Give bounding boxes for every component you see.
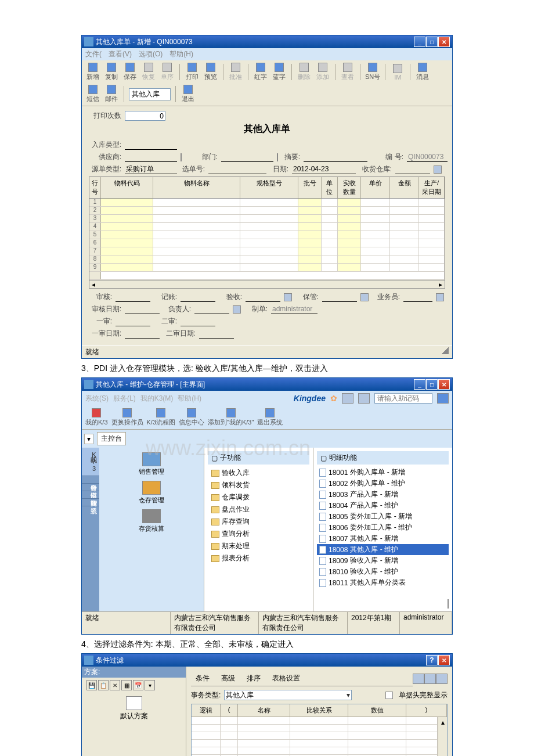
gh-qty[interactable]: 实收数量 <box>338 177 361 198</box>
inp-staff[interactable] <box>403 292 432 302</box>
tb-save[interactable]: 保存 <box>122 63 138 81</box>
cg-vscroll[interactable]: ▴▾ <box>438 717 447 756</box>
tb-print[interactable]: 打印 <box>185 63 200 81</box>
inp-owner[interactable] <box>194 304 229 314</box>
brand-btn1[interactable] <box>342 393 353 404</box>
tb-red[interactable]: 红字 <box>253 63 268 81</box>
titlebar2[interactable]: 其他入库 - 维护-仓存管理 - [主界面] _ □ ✕ <box>82 378 452 391</box>
tb2-myk3[interactable]: 我的K/3 <box>85 408 108 427</box>
tab-sys[interactable]: 系统 <box>82 499 99 506</box>
tb2-addto[interactable]: 添加到"我的K/3" <box>208 408 254 427</box>
input-dept[interactable] <box>221 152 273 162</box>
grid-body[interactable]: 1 2 3 4 5 6 7 8 9 <box>89 199 445 280</box>
scheme-cal[interactable]: 📅 <box>133 680 143 690</box>
func-period[interactable]: 期末处理 <box>208 540 309 552</box>
tb2-exit[interactable]: 退出系统 <box>257 408 283 427</box>
lookup-supplier[interactable] <box>181 153 182 161</box>
tb2-info[interactable]: 信息中心 <box>179 408 204 427</box>
input-orderno[interactable] <box>208 164 266 174</box>
scheme-view[interactable]: ▦ <box>121 680 132 690</box>
cg-rp[interactable]: ) <box>406 704 447 717</box>
tab-biz[interactable]: 商业智能 <box>82 491 99 499</box>
gh-amount[interactable]: 金额 <box>390 177 419 198</box>
detail-18003[interactable]: 18003产品入库 - 新增 <box>317 489 449 500</box>
scheme-copy[interactable]: 📋 <box>98 680 109 690</box>
minimize-button[interactable]: _ <box>414 37 425 47</box>
titlebar3[interactable]: 条件过滤 ? ✕ <box>82 654 452 667</box>
minus-icon2[interactable]: ▢ <box>320 454 327 462</box>
console-dropdown[interactable]: ▾ <box>84 434 93 444</box>
tb-mail[interactable]: 邮件 <box>104 85 119 103</box>
func-analyze[interactable]: 查询分析 <box>208 528 309 540</box>
detail-18009[interactable]: 18009验收入库 - 新增 <box>317 555 449 566</box>
cg-name[interactable]: 名称 <box>238 704 290 717</box>
input-date[interactable] <box>292 164 356 174</box>
maximize-button[interactable]: □ <box>426 37 438 47</box>
input-warehouse[interactable] <box>395 164 430 174</box>
lookup-warehouse[interactable] <box>434 165 442 174</box>
tab-fin[interactable]: 财务会计 <box>82 476 99 484</box>
close-button[interactable]: ✕ <box>438 37 450 47</box>
lookup-keeper[interactable] <box>360 293 369 301</box>
detail-18011[interactable]: 18011其他入库单分类表 <box>317 577 449 588</box>
tb2-flow[interactable]: K/3流程图 <box>147 408 176 427</box>
tab-supply[interactable]: 供应链 <box>82 484 99 491</box>
tb-copy[interactable]: 复制 <box>104 63 119 81</box>
chk-headcomplete[interactable] <box>385 692 393 699</box>
input-supplier[interactable] <box>125 152 177 162</box>
scheme-delete[interactable]: ✕ <box>110 680 120 690</box>
detail-18005[interactable]: 18005委外加工入库 - 新增 <box>317 511 449 522</box>
menu-view[interactable]: 查看(V) <box>109 49 132 59</box>
nav-stock[interactable]: 存货核算 <box>139 509 164 533</box>
search-go[interactable] <box>437 393 449 404</box>
lookup-dept[interactable] <box>277 153 278 161</box>
scroll-left[interactable]: ◂ <box>89 280 98 288</box>
menu-myk3[interactable]: 我的K3(M) <box>140 394 174 404</box>
tb-exit[interactable]: 退出 <box>181 85 196 103</box>
menu-sys[interactable]: 系统(S) <box>85 394 109 404</box>
scroll-right[interactable]: ▸ <box>436 280 445 288</box>
input-srctype[interactable] <box>125 164 177 174</box>
nav-warehouse[interactable]: 仓存管理 <box>139 481 164 505</box>
func-accept[interactable]: 验收入库 <box>208 467 309 479</box>
resize-grip[interactable] <box>442 347 449 354</box>
tb-blue[interactable]: 蓝字 <box>272 63 287 81</box>
func-transfer[interactable]: 仓库调拨 <box>208 491 309 503</box>
tabs-btn3[interactable] <box>436 674 448 684</box>
func-count[interactable]: 盘点作业 <box>208 503 309 516</box>
tabs-btn2[interactable] <box>424 674 436 684</box>
gh-pdate[interactable]: 生产/采日期 <box>419 177 445 198</box>
gh-unit[interactable]: 单位 <box>322 177 338 198</box>
cg-val[interactable]: 数值 <box>348 704 406 717</box>
tab-adv[interactable]: 高级 <box>219 672 237 685</box>
tb-preview[interactable]: 预览 <box>203 63 218 81</box>
default-scheme[interactable]: 默认方案 <box>86 694 181 723</box>
detail-18002[interactable]: 18002外购入库单 - 维护 <box>317 478 449 489</box>
tb2-switch[interactable]: 更换操作员 <box>111 408 143 427</box>
cg-rel[interactable]: 比较关系 <box>290 704 348 717</box>
gh-batch[interactable]: 批号 <box>298 177 322 198</box>
detail-18010[interactable]: 18010验收入库 - 维护 <box>317 566 449 577</box>
nav-sales[interactable]: 销售管理 <box>139 452 164 476</box>
inp-accept[interactable] <box>246 292 280 302</box>
console-label[interactable]: 主控台 <box>97 432 126 445</box>
tab-myk3[interactable]: 我的K/3 <box>82 448 99 476</box>
help-button[interactable]: ? <box>426 655 438 665</box>
maximize-button2[interactable]: □ <box>426 379 438 390</box>
menu-file[interactable]: 文件( <box>85 49 102 59</box>
tab-sort[interactable]: 排序 <box>244 672 263 685</box>
func-report[interactable]: 报表分析 <box>208 552 309 564</box>
input-type[interactable] <box>125 140 177 150</box>
lookup-accept[interactable] <box>284 293 292 301</box>
detail-18001[interactable]: 18001外购入库单 - 新增 <box>317 467 449 478</box>
combo-biztype[interactable]: 其他入库 <box>224 690 352 700</box>
menu-svc[interactable]: 服务(L) <box>113 394 136 404</box>
tb-sms[interactable]: 短信 <box>85 85 100 103</box>
minimize-button2[interactable]: _ <box>414 379 425 390</box>
tb-msg[interactable]: 消息 <box>415 63 430 81</box>
menu-help[interactable]: 帮助(H) <box>169 49 193 59</box>
tb-new[interactable]: 新增 <box>85 63 100 81</box>
lookup-owner[interactable] <box>233 305 241 314</box>
cg-lp[interactable]: ( <box>221 704 238 717</box>
cg-rows[interactable] <box>192 717 438 756</box>
